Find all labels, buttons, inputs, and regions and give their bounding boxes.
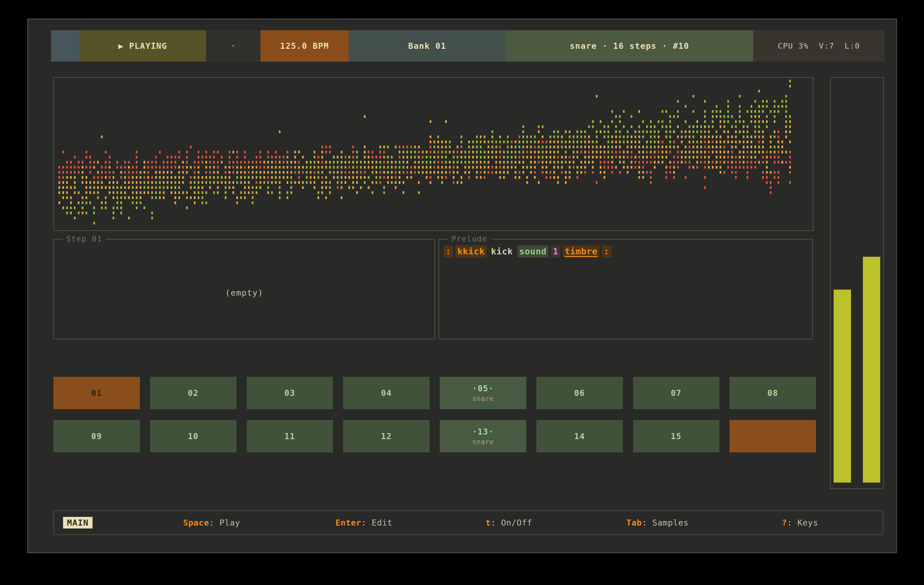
bpm-display[interactable]: 125.0 BPM — [261, 30, 349, 62]
prelude-panel: Prelude :kkickkicksound1timbre: — [439, 239, 813, 339]
step-button-label: 03 — [284, 388, 295, 398]
step-button-03[interactable]: 03 — [247, 377, 333, 409]
app-window: ▶ PLAYING · 125.0 BPM Bank 01 snare · 16… — [27, 18, 897, 553]
step-button-01[interactable]: 01 — [53, 377, 140, 409]
prelude-token-0[interactable]: : — [444, 246, 453, 257]
step-empty-message: (empty) — [54, 288, 434, 298]
step-button-05[interactable]: ·05·snare — [440, 377, 526, 409]
step-button-09[interactable]: 09 — [53, 420, 140, 452]
step-button-04[interactable]: 04 — [343, 377, 430, 409]
shortcut-keys: ?: Keys — [782, 518, 818, 527]
topbar-left-segment — [51, 30, 79, 62]
prelude-token-6[interactable]: : — [602, 246, 611, 257]
step-button-label: 14 — [574, 432, 585, 441]
step-button-11[interactable]: 11 — [247, 420, 333, 452]
step-button-08[interactable]: 08 — [729, 377, 816, 409]
topbar-separator-segment: · — [206, 30, 261, 62]
pattern-visualizer-panel — [53, 77, 813, 231]
shortcut-key: Tab — [626, 518, 642, 527]
prelude-token-1[interactable]: kkick — [455, 246, 487, 257]
step-button-label: 15 — [671, 432, 681, 441]
step-button-label: 02 — [188, 388, 199, 398]
cpu-stats: CPU 3% V:7 L:0 — [753, 30, 884, 62]
step-button-label: 12 — [381, 432, 392, 441]
step-button-label: 04 — [381, 388, 392, 398]
shortcut-key: Space — [183, 518, 209, 527]
playing-indicator[interactable]: ▶ PLAYING — [79, 30, 206, 62]
prelude-token-4[interactable]: 1 — [551, 246, 560, 257]
status-bar: MAIN Space: PlayEnter: Editt: On/OffTab:… — [53, 510, 883, 535]
step-button-07[interactable]: 07 — [633, 377, 719, 409]
step-grid-row-2: 09101112·13·snare1415 — [53, 420, 816, 452]
step-button-label: 06 — [574, 388, 585, 398]
step-button-16[interactable] — [729, 420, 816, 452]
prelude-token-2[interactable]: kick — [489, 246, 515, 257]
step-button-label: 11 — [284, 432, 295, 441]
shortcut-on/off: t: On/Off — [485, 518, 532, 527]
prelude-token-3[interactable]: sound — [517, 246, 548, 257]
step-button-label: 01 — [91, 388, 102, 398]
step-button-14[interactable]: 14 — [536, 420, 623, 452]
level-meter-bar-1 — [833, 290, 851, 483]
shortcut-play: Space: Play — [183, 518, 240, 527]
step-button-10[interactable]: 10 — [150, 420, 236, 452]
shortcut-edit: Enter: Edit — [335, 518, 393, 527]
step-button-label: 08 — [767, 388, 778, 398]
shortcut-key: ? — [782, 518, 787, 527]
step-button-label: 10 — [188, 432, 199, 441]
step-button-06[interactable]: 06 — [536, 377, 623, 409]
prelude-code-line[interactable]: :kkickkicksound1timbre: — [444, 246, 611, 257]
step-detail-panel: Step 01 (empty) — [53, 239, 435, 339]
shortcut-key: Enter — [335, 518, 361, 527]
step-button-label: ·05· — [472, 384, 494, 393]
step-button-02[interactable]: 02 — [150, 377, 236, 409]
level-meter-bar-2 — [863, 257, 880, 483]
shortcut-samples: Tab: Samples — [626, 518, 689, 527]
step-button-label: 07 — [671, 388, 681, 398]
level-meter-panel — [830, 77, 884, 489]
step-button-sample-name: snare — [472, 438, 493, 446]
step-button-sample-name: snare — [472, 395, 493, 403]
track-info[interactable]: snare · 16 steps · #10 — [506, 30, 753, 62]
step-button-13[interactable]: ·13·snare — [440, 420, 526, 452]
bank-display[interactable]: Bank 01 — [349, 30, 506, 62]
step-button-15[interactable]: 15 — [633, 420, 719, 452]
step-button-12[interactable]: 12 — [343, 420, 430, 452]
prelude-panel-title: Prelude — [448, 234, 491, 244]
transport-bar: ▶ PLAYING · 125.0 BPM Bank 01 snare · 16… — [51, 30, 884, 62]
shortcut-key: t — [485, 518, 490, 527]
prelude-token-5[interactable]: timbre — [563, 246, 599, 257]
step-button-label: 09 — [91, 432, 102, 441]
step-panel-title: Step 01 — [63, 234, 106, 244]
step-button-label: ·13· — [472, 427, 494, 437]
mode-badge: MAIN — [63, 517, 92, 529]
pattern-scatter-canvas — [54, 78, 813, 230]
step-grid-row-1: 01020304·05·snare060708 — [53, 377, 816, 409]
